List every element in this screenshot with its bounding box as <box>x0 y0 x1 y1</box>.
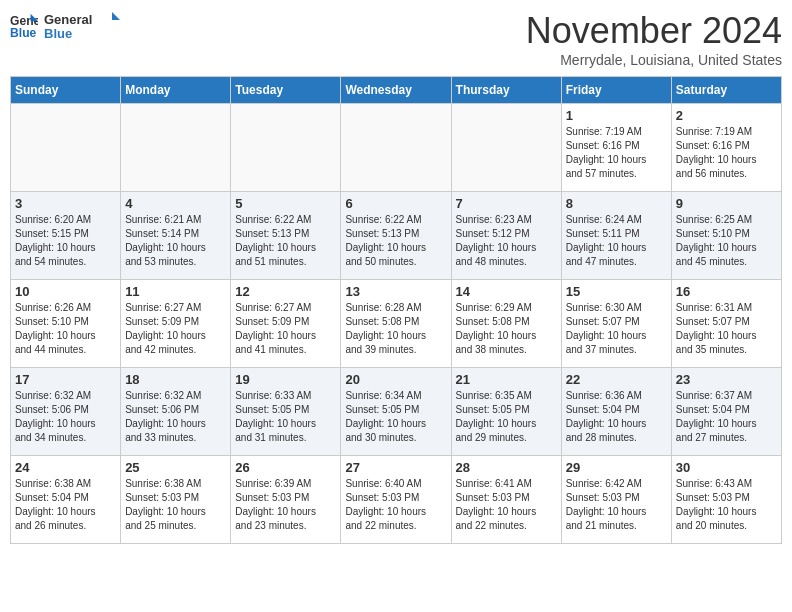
calendar-cell: 18Sunrise: 6:32 AM Sunset: 5:06 PM Dayli… <box>121 368 231 456</box>
weekday-header: Tuesday <box>231 77 341 104</box>
day-info: Sunrise: 6:26 AM Sunset: 5:10 PM Dayligh… <box>15 301 116 357</box>
day-number: 1 <box>566 108 667 123</box>
day-number: 16 <box>676 284 777 299</box>
day-info: Sunrise: 6:34 AM Sunset: 5:05 PM Dayligh… <box>345 389 446 445</box>
calendar-cell: 24Sunrise: 6:38 AM Sunset: 5:04 PM Dayli… <box>11 456 121 544</box>
day-number: 7 <box>456 196 557 211</box>
calendar-cell: 25Sunrise: 6:38 AM Sunset: 5:03 PM Dayli… <box>121 456 231 544</box>
weekday-header: Friday <box>561 77 671 104</box>
calendar-week-row: 24Sunrise: 6:38 AM Sunset: 5:04 PM Dayli… <box>11 456 782 544</box>
day-info: Sunrise: 6:43 AM Sunset: 5:03 PM Dayligh… <box>676 477 777 533</box>
day-info: Sunrise: 6:35 AM Sunset: 5:05 PM Dayligh… <box>456 389 557 445</box>
day-info: Sunrise: 6:36 AM Sunset: 5:04 PM Dayligh… <box>566 389 667 445</box>
day-number: 10 <box>15 284 116 299</box>
day-info: Sunrise: 6:32 AM Sunset: 5:06 PM Dayligh… <box>15 389 116 445</box>
day-number: 17 <box>15 372 116 387</box>
day-info: Sunrise: 6:22 AM Sunset: 5:13 PM Dayligh… <box>345 213 446 269</box>
calendar-cell: 26Sunrise: 6:39 AM Sunset: 5:03 PM Dayli… <box>231 456 341 544</box>
calendar-cell: 20Sunrise: 6:34 AM Sunset: 5:05 PM Dayli… <box>341 368 451 456</box>
day-info: Sunrise: 6:24 AM Sunset: 5:11 PM Dayligh… <box>566 213 667 269</box>
calendar-cell <box>341 104 451 192</box>
calendar-cell: 29Sunrise: 6:42 AM Sunset: 5:03 PM Dayli… <box>561 456 671 544</box>
svg-text:Blue: Blue <box>44 26 72 41</box>
calendar-cell: 6Sunrise: 6:22 AM Sunset: 5:13 PM Daylig… <box>341 192 451 280</box>
day-info: Sunrise: 7:19 AM Sunset: 6:16 PM Dayligh… <box>566 125 667 181</box>
calendar-cell: 15Sunrise: 6:30 AM Sunset: 5:07 PM Dayli… <box>561 280 671 368</box>
calendar-cell: 5Sunrise: 6:22 AM Sunset: 5:13 PM Daylig… <box>231 192 341 280</box>
calendar-cell: 22Sunrise: 6:36 AM Sunset: 5:04 PM Dayli… <box>561 368 671 456</box>
day-number: 15 <box>566 284 667 299</box>
calendar-cell: 27Sunrise: 6:40 AM Sunset: 5:03 PM Dayli… <box>341 456 451 544</box>
calendar-table: SundayMondayTuesdayWednesdayThursdayFrid… <box>10 76 782 544</box>
day-number: 18 <box>125 372 226 387</box>
weekday-header: Saturday <box>671 77 781 104</box>
day-number: 14 <box>456 284 557 299</box>
day-info: Sunrise: 6:21 AM Sunset: 5:14 PM Dayligh… <box>125 213 226 269</box>
calendar-cell: 8Sunrise: 6:24 AM Sunset: 5:11 PM Daylig… <box>561 192 671 280</box>
day-info: Sunrise: 6:32 AM Sunset: 5:06 PM Dayligh… <box>125 389 226 445</box>
day-number: 24 <box>15 460 116 475</box>
day-number: 20 <box>345 372 446 387</box>
day-info: Sunrise: 6:38 AM Sunset: 5:04 PM Dayligh… <box>15 477 116 533</box>
day-number: 11 <box>125 284 226 299</box>
day-info: Sunrise: 6:29 AM Sunset: 5:08 PM Dayligh… <box>456 301 557 357</box>
day-info: Sunrise: 6:20 AM Sunset: 5:15 PM Dayligh… <box>15 213 116 269</box>
logo: General Blue General Blue <box>10 10 124 42</box>
calendar-cell: 1Sunrise: 7:19 AM Sunset: 6:16 PM Daylig… <box>561 104 671 192</box>
calendar-cell <box>121 104 231 192</box>
svg-text:General: General <box>44 12 92 27</box>
day-info: Sunrise: 6:37 AM Sunset: 5:04 PM Dayligh… <box>676 389 777 445</box>
day-number: 25 <box>125 460 226 475</box>
calendar-week-row: 1Sunrise: 7:19 AM Sunset: 6:16 PM Daylig… <box>11 104 782 192</box>
calendar-cell: 30Sunrise: 6:43 AM Sunset: 5:03 PM Dayli… <box>671 456 781 544</box>
day-number: 6 <box>345 196 446 211</box>
calendar-cell: 14Sunrise: 6:29 AM Sunset: 5:08 PM Dayli… <box>451 280 561 368</box>
calendar-cell: 16Sunrise: 6:31 AM Sunset: 5:07 PM Dayli… <box>671 280 781 368</box>
day-number: 4 <box>125 196 226 211</box>
logo-svg: General Blue <box>44 10 124 42</box>
calendar-cell: 17Sunrise: 6:32 AM Sunset: 5:06 PM Dayli… <box>11 368 121 456</box>
calendar-cell: 11Sunrise: 6:27 AM Sunset: 5:09 PM Dayli… <box>121 280 231 368</box>
calendar-week-row: 3Sunrise: 6:20 AM Sunset: 5:15 PM Daylig… <box>11 192 782 280</box>
day-info: Sunrise: 6:30 AM Sunset: 5:07 PM Dayligh… <box>566 301 667 357</box>
day-info: Sunrise: 6:31 AM Sunset: 5:07 PM Dayligh… <box>676 301 777 357</box>
day-info: Sunrise: 6:28 AM Sunset: 5:08 PM Dayligh… <box>345 301 446 357</box>
day-info: Sunrise: 6:33 AM Sunset: 5:05 PM Dayligh… <box>235 389 336 445</box>
calendar-cell: 4Sunrise: 6:21 AM Sunset: 5:14 PM Daylig… <box>121 192 231 280</box>
calendar-cell: 3Sunrise: 6:20 AM Sunset: 5:15 PM Daylig… <box>11 192 121 280</box>
weekday-header: Thursday <box>451 77 561 104</box>
month-title: November 2024 <box>526 10 782 52</box>
day-info: Sunrise: 6:40 AM Sunset: 5:03 PM Dayligh… <box>345 477 446 533</box>
calendar-cell <box>231 104 341 192</box>
calendar-cell: 12Sunrise: 6:27 AM Sunset: 5:09 PM Dayli… <box>231 280 341 368</box>
calendar-week-row: 17Sunrise: 6:32 AM Sunset: 5:06 PM Dayli… <box>11 368 782 456</box>
day-number: 2 <box>676 108 777 123</box>
day-number: 27 <box>345 460 446 475</box>
day-number: 26 <box>235 460 336 475</box>
day-info: Sunrise: 6:27 AM Sunset: 5:09 PM Dayligh… <box>235 301 336 357</box>
svg-marker-4 <box>112 12 120 20</box>
day-number: 30 <box>676 460 777 475</box>
logo-icon: General Blue <box>10 12 38 40</box>
calendar-cell: 28Sunrise: 6:41 AM Sunset: 5:03 PM Dayli… <box>451 456 561 544</box>
day-info: Sunrise: 6:39 AM Sunset: 5:03 PM Dayligh… <box>235 477 336 533</box>
calendar-cell: 19Sunrise: 6:33 AM Sunset: 5:05 PM Dayli… <box>231 368 341 456</box>
day-number: 12 <box>235 284 336 299</box>
day-info: Sunrise: 6:23 AM Sunset: 5:12 PM Dayligh… <box>456 213 557 269</box>
calendar-week-row: 10Sunrise: 6:26 AM Sunset: 5:10 PM Dayli… <box>11 280 782 368</box>
day-info: Sunrise: 6:22 AM Sunset: 5:13 PM Dayligh… <box>235 213 336 269</box>
day-info: Sunrise: 6:42 AM Sunset: 5:03 PM Dayligh… <box>566 477 667 533</box>
calendar-cell <box>11 104 121 192</box>
day-number: 9 <box>676 196 777 211</box>
day-number: 19 <box>235 372 336 387</box>
day-number: 21 <box>456 372 557 387</box>
day-number: 13 <box>345 284 446 299</box>
location: Merrydale, Louisiana, United States <box>526 52 782 68</box>
calendar-cell: 21Sunrise: 6:35 AM Sunset: 5:05 PM Dayli… <box>451 368 561 456</box>
day-number: 23 <box>676 372 777 387</box>
weekday-header-row: SundayMondayTuesdayWednesdayThursdayFrid… <box>11 77 782 104</box>
day-info: Sunrise: 6:25 AM Sunset: 5:10 PM Dayligh… <box>676 213 777 269</box>
calendar-cell: 10Sunrise: 6:26 AM Sunset: 5:10 PM Dayli… <box>11 280 121 368</box>
calendar-cell: 23Sunrise: 6:37 AM Sunset: 5:04 PM Dayli… <box>671 368 781 456</box>
day-number: 8 <box>566 196 667 211</box>
